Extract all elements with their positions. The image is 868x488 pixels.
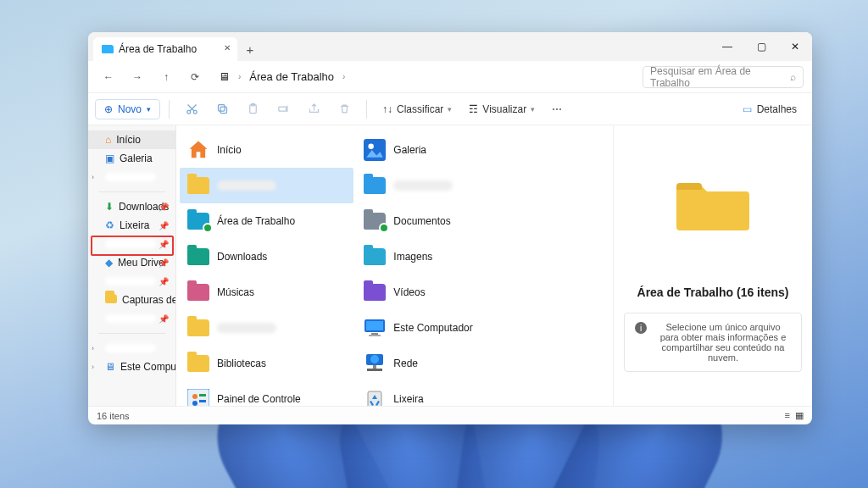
new-tab-button[interactable]: +	[237, 37, 263, 61]
grid-item[interactable]: Início	[180, 132, 353, 168]
copy-button[interactable]	[209, 98, 236, 120]
search-icon: ⌕	[790, 71, 796, 83]
cut-button[interactable]	[178, 98, 205, 120]
details-pane-button[interactable]: ▭ Detalhes	[734, 100, 805, 119]
redacted-label	[105, 344, 156, 352]
item-label: Rede	[393, 358, 418, 369]
details-label: Detalhes	[757, 103, 797, 115]
back-button[interactable]: ←	[97, 65, 120, 89]
grid-item[interactable]: Este Computador	[356, 310, 530, 346]
network-icon	[363, 352, 387, 375]
nav-home[interactable]: ⌂ Início	[88, 130, 175, 149]
titlebar: Área de Trabalho ✕ + — ▢ ✕	[88, 32, 812, 61]
nav-recycle-bin[interactable]: ♻ Lixeira 📌	[88, 216, 175, 235]
nav-label: Lixeira	[120, 219, 149, 231]
home-icon: ⌂	[105, 134, 111, 146]
pin-icon: 📌	[159, 221, 169, 230]
forward-button[interactable]: →	[125, 65, 149, 89]
paste-button[interactable]	[239, 98, 266, 120]
grid-item[interactable]	[356, 168, 530, 203]
svg-rect-10	[199, 400, 206, 402]
redacted-label	[105, 173, 156, 181]
grid-item[interactable]: Bibliotecas	[180, 346, 353, 381]
rename-button[interactable]	[270, 98, 297, 120]
nav-downloads[interactable]: ⬇ Downloads 📌	[88, 197, 175, 216]
grid-item[interactable]	[180, 310, 353, 346]
svg-rect-6	[278, 107, 286, 111]
grid-item[interactable]: Imagens	[356, 239, 530, 274]
chevron-right-icon: ›	[92, 344, 94, 352]
item-grid[interactable]: InícioÁrea de TrabalhoDownloadsMúsicasBi…	[176, 125, 613, 406]
grid-item[interactable]: Área de Trabalho	[180, 203, 353, 239]
share-button[interactable]	[300, 98, 327, 120]
nav-blurred[interactable]: ›	[88, 339, 175, 358]
grid-item[interactable]: Músicas	[180, 274, 353, 310]
folder-green-icon	[186, 245, 210, 269]
command-bar: ⊕ Novo ▾ ↑↓ Classificar ▾ ☶ Visualizar ▾…	[88, 93, 812, 125]
nav-blurred[interactable]: 📌	[88, 272, 175, 291]
redacted-label	[217, 180, 276, 191]
nav-blurred[interactable]: ›	[88, 168, 175, 186]
breadcrumb[interactable]: 🖥 › Área de Trabalho ›	[219, 70, 637, 83]
view-button[interactable]: ☶ Visualizar ▾	[462, 103, 542, 115]
pin-icon: 📌	[159, 277, 169, 286]
nav-captures[interactable]: Capturas de Tela	[88, 291, 175, 309]
svg-rect-7	[187, 389, 209, 406]
svg-rect-15	[366, 321, 383, 330]
folder-yellow-icon	[186, 316, 210, 340]
grid-item[interactable]: Lixeira	[356, 381, 530, 406]
tab-close-icon[interactable]: ✕	[224, 43, 231, 53]
monitor-icon: 🖥	[219, 70, 230, 83]
drive-icon: ◆	[105, 257, 113, 269]
grid-item[interactable]	[180, 168, 353, 203]
svg-point-19	[370, 355, 379, 363]
up-button[interactable]: ↑	[154, 65, 178, 89]
item-label: Documentos	[393, 215, 450, 227]
folder-yellow-icon	[186, 352, 210, 375]
sort-button[interactable]: ↑↓ Classificar ▾	[376, 103, 459, 115]
nav-label: Este Computador	[120, 361, 176, 373]
folder-icon	[105, 294, 117, 306]
redacted-label	[217, 323, 276, 333]
more-button[interactable]: ⋯	[545, 103, 569, 115]
tab-current[interactable]: Área de Trabalho ✕	[93, 37, 237, 61]
list-view-icon[interactable]: ≡	[785, 410, 790, 421]
nav-blurred[interactable]: 📌	[88, 309, 175, 328]
grid-item[interactable]: Documentos	[356, 203, 530, 239]
grid-item[interactable]: Vídeos	[356, 274, 530, 310]
new-button[interactable]: ⊕ Novo ▾	[95, 99, 160, 119]
minimize-button[interactable]: —	[710, 34, 744, 59]
info-icon: i	[635, 322, 647, 334]
grid-item[interactable]: Rede	[356, 346, 530, 381]
gallery-icon	[363, 138, 387, 162]
refresh-button[interactable]: ⟳	[183, 65, 207, 89]
svg-point-8	[192, 394, 198, 399]
nav-blurred[interactable]: 📌	[88, 235, 175, 253]
grid-view-icon[interactable]: ▦	[795, 410, 804, 421]
nav-label: Início	[116, 134, 141, 146]
nav-gallery[interactable]: ▣ Galeria	[88, 149, 175, 168]
folder-cyan-icon	[363, 245, 387, 269]
preview-info-text: Selecione um único arquivo para obter ma…	[655, 322, 791, 363]
item-label: Início	[217, 144, 242, 156]
nav-this-pc[interactable]: › 🖥 Este Computador	[88, 358, 175, 376]
grid-item[interactable]: Downloads	[180, 239, 353, 274]
breadcrumb-location: Área de Trabalho	[249, 70, 334, 83]
maximize-button[interactable]: ▢	[744, 34, 778, 59]
item-label: Área de Trabalho	[217, 215, 295, 227]
close-button[interactable]: ✕	[778, 34, 812, 59]
search-input[interactable]: Pesquisar em Área de Trabalho ⌕	[643, 66, 804, 88]
delete-button[interactable]	[331, 98, 358, 120]
file-explorer-window: Área de Trabalho ✕ + — ▢ ✕ ← → ↑ ⟳ 🖥 › Á…	[88, 32, 812, 424]
nav-mydrive[interactable]: ◆ Meu Drive 📌	[88, 253, 175, 272]
download-icon: ⬇	[105, 201, 114, 213]
tab-title: Área de Trabalho	[119, 43, 197, 55]
chevron-right-icon: ›	[238, 72, 241, 81]
folder-blue-icon	[363, 174, 387, 197]
recycle-icon	[363, 387, 387, 406]
status-count: 16 itens	[97, 411, 130, 421]
chevron-right-icon: ›	[92, 363, 94, 371]
grid-item[interactable]: Painel de Controle	[180, 381, 353, 406]
plus-icon: ⊕	[104, 103, 113, 115]
grid-item[interactable]: Galeria	[356, 132, 530, 168]
